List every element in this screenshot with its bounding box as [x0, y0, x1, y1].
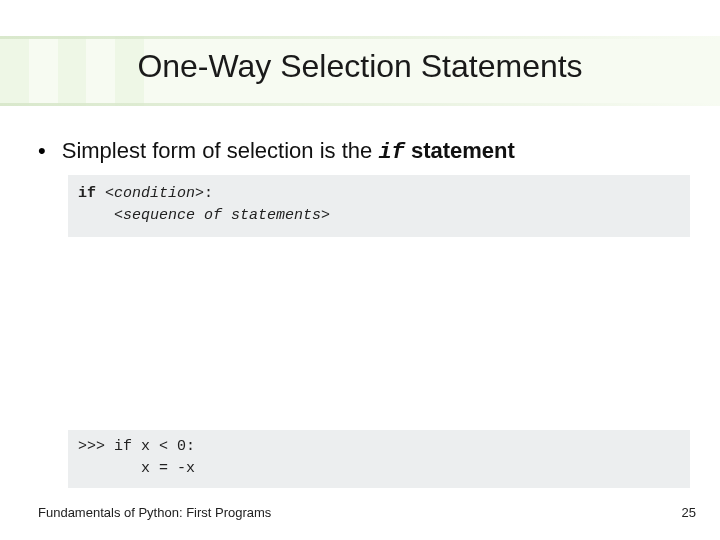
code-ph-condition: <condition>	[105, 185, 204, 202]
code-ex-line-2: x = -x	[78, 458, 680, 480]
code-line-1: if <condition>:	[78, 183, 680, 205]
bullet-code-keyword: if	[378, 140, 404, 165]
footer-page-number: 25	[682, 505, 696, 520]
slide-body: • Simplest form of selection is the if s…	[38, 138, 690, 237]
code-prompt: >>>	[78, 438, 114, 455]
bullet-item: • Simplest form of selection is the if s…	[38, 138, 690, 165]
code-colon: :	[204, 185, 213, 202]
footer-source: Fundamentals of Python: First Programs	[38, 505, 271, 520]
bullet-text: Simplest form of selection is the if sta…	[62, 138, 515, 165]
code-ex-rest: x < 0:	[132, 438, 195, 455]
code-ex-line-1: >>> if x < 0:	[78, 436, 680, 458]
code-line-2: <sequence of statements>	[78, 205, 680, 227]
code-ex-kw-if: if	[114, 438, 132, 455]
code-kw-if: if	[78, 185, 105, 202]
slide-footer: Fundamentals of Python: First Programs 2…	[38, 505, 696, 520]
code-ph-sequence: <sequence of statements>	[114, 207, 330, 224]
bullet-suffix: statement	[405, 138, 515, 163]
code-ex-body: x = -x	[141, 460, 195, 477]
bullet-prefix: Simplest form of selection is the	[62, 138, 379, 163]
code-block-example: >>> if x < 0: x = -x	[68, 430, 690, 488]
code-block-syntax: if <condition>: <sequence of statements>	[68, 175, 690, 237]
bullet-marker: •	[38, 140, 46, 162]
slide-title: One-Way Selection Statements	[0, 48, 720, 85]
